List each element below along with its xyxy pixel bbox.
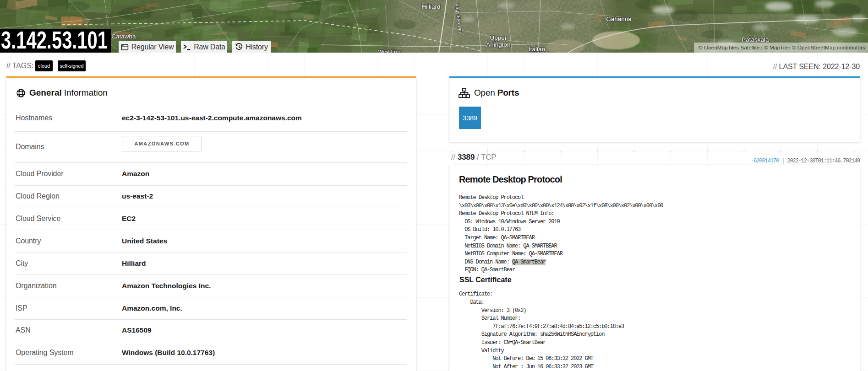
svg-text:Hilliard: Hilliard xyxy=(421,3,440,10)
svg-text:West Free: West Free xyxy=(378,49,402,53)
svg-text:Catawba: Catawba xyxy=(111,33,136,40)
svg-text:Pataskala: Pataskala xyxy=(742,36,769,43)
svg-text:Upper: Upper xyxy=(490,34,507,41)
svg-text:Gahanna: Gahanna xyxy=(606,16,632,22)
svg-text:© OpenMapTiles Satellite | © M: © OpenMapTiles Satellite | © MapTiler © … xyxy=(699,44,865,51)
svg-text:Arlington: Arlington xyxy=(486,41,510,48)
svg-text:Italian: Italian xyxy=(529,46,545,53)
